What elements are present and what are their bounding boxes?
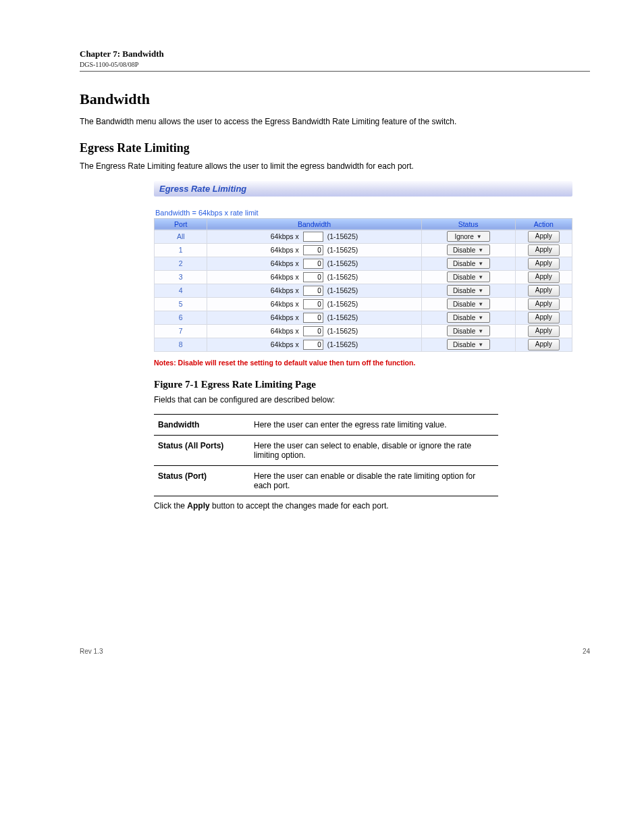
bandwidth-cell: 64kbps x(1-15625) xyxy=(207,230,421,243)
bandwidth-range: (1-15625) xyxy=(327,327,358,335)
rate-input[interactable] xyxy=(303,299,323,309)
bandwidth-prefix: 64kbps x xyxy=(271,273,299,281)
rate-input[interactable] xyxy=(303,272,323,282)
status-cell: Disable▼ xyxy=(421,270,515,284)
panel-title: Egress Rate Limiting xyxy=(154,181,572,197)
chevron-down-icon: ▼ xyxy=(478,342,483,348)
table-row: All64kbps x(1-15625)Ignore▼Apply xyxy=(155,230,572,243)
panel-note: Notes: Disable will reset the setting to… xyxy=(154,359,572,367)
action-cell: Apply xyxy=(515,297,572,311)
status-cell: Disable▼ xyxy=(421,338,515,351)
bandwidth-prefix: 64kbps x xyxy=(271,232,299,240)
status-select[interactable]: Disable▼ xyxy=(447,285,490,296)
rate-input[interactable] xyxy=(303,313,323,323)
rate-input[interactable] xyxy=(303,286,323,296)
section-heading-egress: Egress Rate Limiting xyxy=(80,141,590,155)
table-row: 664kbps x(1-15625)Disable▼Apply xyxy=(155,311,572,324)
col-bandwidth: Bandwidth xyxy=(207,218,421,230)
port-cell: 2 xyxy=(155,257,207,270)
table-row: 264kbps x(1-15625)Disable▼Apply xyxy=(155,257,572,270)
bandwidth-prefix: 64kbps x xyxy=(271,327,299,335)
status-select[interactable]: Disable▼ xyxy=(447,298,490,309)
chevron-down-icon: ▼ xyxy=(478,261,483,267)
status-select[interactable]: Disable▼ xyxy=(447,339,490,350)
rate-input[interactable] xyxy=(303,326,323,336)
chevron-down-icon: ▼ xyxy=(478,315,483,321)
col-port: Port xyxy=(155,218,207,230)
apply-button[interactable]: Apply xyxy=(528,285,560,296)
status-select[interactable]: Ignore▼ xyxy=(447,231,490,242)
defs-term: Bandwidth xyxy=(154,415,250,436)
status-select[interactable]: Disable▼ xyxy=(447,271,490,282)
defs-intro: Fields that can be configured are descri… xyxy=(154,394,590,406)
bandwidth-cell: 64kbps x(1-15625) xyxy=(207,297,421,311)
chevron-down-icon: ▼ xyxy=(478,288,483,294)
status-cell: Disable▼ xyxy=(421,243,515,257)
section-heading-bandwidth: Bandwidth xyxy=(80,90,590,108)
status-cell: Disable▼ xyxy=(421,297,515,311)
col-status: Status xyxy=(421,218,515,230)
bandwidth-cell: 64kbps x(1-15625) xyxy=(207,257,421,270)
rate-input[interactable] xyxy=(303,245,323,255)
chapter-title: Chapter 7: Bandwidth xyxy=(80,49,590,59)
table-row: 864kbps x(1-15625)Disable▼Apply xyxy=(155,338,572,351)
apply-button[interactable]: Apply xyxy=(528,231,560,242)
action-cell: Apply xyxy=(515,243,572,257)
footer-right: 24 xyxy=(583,648,590,655)
defs-row: Status (Port)Here the user can enable or… xyxy=(154,466,498,496)
port-cell: 1 xyxy=(155,243,207,257)
figure-caption: Figure 7-1 Egress Rate Limiting Page xyxy=(154,379,590,390)
bandwidth-prefix: 64kbps x xyxy=(271,259,299,267)
table-row: 164kbps x(1-15625)Disable▼Apply xyxy=(155,243,572,257)
bandwidth-prefix: 64kbps x xyxy=(271,300,299,308)
apply-paragraph-tail: button to accept the changes made for ea… xyxy=(212,501,389,511)
table-row: 564kbps x(1-15625)Disable▼Apply xyxy=(155,297,572,311)
bandwidth-prefix: 64kbps x xyxy=(271,286,299,294)
bandwidth-prefix: 64kbps x xyxy=(271,313,299,321)
page-header: Chapter 7: Bandwidth DGS-1100-05/08/08P xyxy=(80,49,590,72)
defs-row: BandwidthHere the user can enter the egr… xyxy=(154,415,498,436)
status-select[interactable]: Disable▼ xyxy=(447,244,490,255)
status-select-label: Disable xyxy=(453,273,475,281)
rate-input[interactable] xyxy=(303,232,323,242)
rate-input[interactable] xyxy=(303,259,323,269)
rate-table: Port Bandwidth Status Action All64kbps x… xyxy=(154,218,572,352)
apply-button[interactable]: Apply xyxy=(528,339,560,350)
bandwidth-prefix: 64kbps x xyxy=(271,340,299,348)
status-select-label: Disable xyxy=(453,328,475,335)
action-cell: Apply xyxy=(515,284,572,297)
bandwidth-range: (1-15625) xyxy=(327,246,358,254)
table-row: 764kbps x(1-15625)Disable▼Apply xyxy=(155,324,572,338)
bandwidth-cell: 64kbps x(1-15625) xyxy=(207,270,421,284)
status-select[interactable]: Disable▼ xyxy=(447,258,490,269)
egress-screenshot: Egress Rate Limiting Bandwidth = 64kbps … xyxy=(154,181,572,367)
apply-button[interactable]: Apply xyxy=(528,312,560,323)
status-select[interactable]: Disable▼ xyxy=(447,325,490,336)
action-cell: Apply xyxy=(515,257,572,270)
apply-button[interactable]: Apply xyxy=(528,298,560,310)
page-footer: Rev 1.3 24 xyxy=(80,648,590,655)
chevron-down-icon: ▼ xyxy=(478,301,483,307)
apply-button[interactable]: Apply xyxy=(528,258,560,269)
apply-button[interactable]: Apply xyxy=(528,325,560,337)
table-row: 364kbps x(1-15625)Disable▼Apply xyxy=(155,270,572,284)
bandwidth-range: (1-15625) xyxy=(327,232,358,240)
status-select-label: Disable xyxy=(453,314,475,321)
chevron-down-icon: ▼ xyxy=(478,247,483,253)
port-cell: 4 xyxy=(155,284,207,297)
apply-button[interactable]: Apply xyxy=(528,244,560,256)
port-cell: 3 xyxy=(155,270,207,284)
chevron-down-icon: ▼ xyxy=(478,274,483,280)
bandwidth-range: (1-15625) xyxy=(327,259,358,267)
rate-input[interactable] xyxy=(303,340,323,350)
bandwidth-cell: 64kbps x(1-15625) xyxy=(207,324,421,338)
apply-button[interactable]: Apply xyxy=(528,271,560,283)
bandwidth-cell: 64kbps x(1-15625) xyxy=(207,338,421,351)
port-cell: All xyxy=(155,230,207,243)
action-cell: Apply xyxy=(515,270,572,284)
defs-desc: Here the user can enter the egress rate … xyxy=(250,415,498,436)
defs-table: BandwidthHere the user can enter the egr… xyxy=(154,414,498,496)
status-select[interactable]: Disable▼ xyxy=(447,312,490,323)
bandwidth-range: (1-15625) xyxy=(327,286,358,294)
bandwidth-prefix: 64kbps x xyxy=(271,246,299,254)
